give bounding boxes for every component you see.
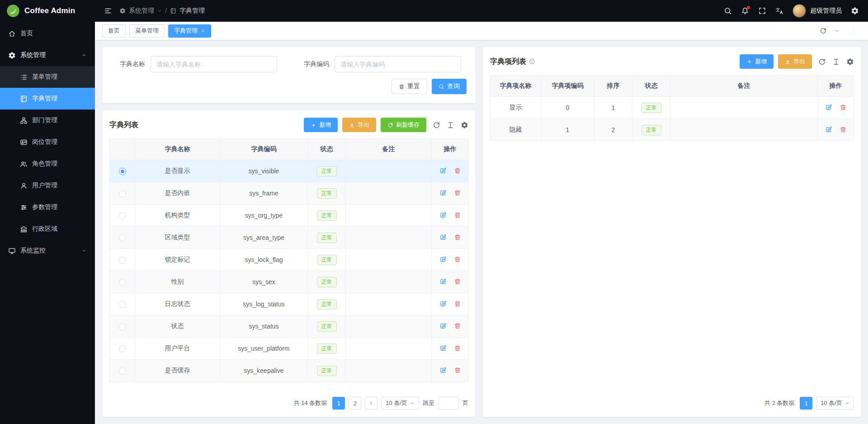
delete-icon[interactable] <box>454 233 461 241</box>
status-badge: 正常 <box>317 366 337 376</box>
edit-icon[interactable] <box>439 367 447 374</box>
sidebar-item-menu[interactable]: 菜单管理 <box>0 66 95 88</box>
sidebar-item-post[interactable]: 岗位管理 <box>0 131 95 153</box>
item-table-row[interactable]: 显示01正常 <box>491 97 854 119</box>
tab-2[interactable]: 字典管理 <box>168 24 211 38</box>
table-settings-icon[interactable] <box>461 121 468 129</box>
delete-icon[interactable] <box>840 126 847 133</box>
translate-icon[interactable]: 文 <box>775 7 783 15</box>
item-refresh-icon[interactable] <box>818 58 826 66</box>
row-radio[interactable] <box>119 367 126 375</box>
dict-page-size-select[interactable]: 10 条/页 <box>381 397 419 410</box>
delete-icon[interactable] <box>454 189 461 196</box>
edit-icon[interactable] <box>439 344 447 352</box>
row-radio[interactable] <box>119 345 126 353</box>
row-radio[interactable] <box>119 323 126 330</box>
bell-icon[interactable] <box>741 7 749 15</box>
edit-icon[interactable] <box>825 104 832 111</box>
sidebar-item-dict[interactable]: 字典管理 <box>0 88 95 110</box>
tabs-dropdown-icon[interactable] <box>834 28 840 33</box>
sidebar-item-param[interactable]: 参数管理 <box>0 196 95 218</box>
sidebar-item-dept[interactable]: 部门管理 <box>0 110 95 131</box>
dict-table-row[interactable]: 是否内嵌sys_frame正常 <box>110 182 469 205</box>
user-name[interactable]: 超级管理员 <box>810 7 842 15</box>
sidebar-item-role[interactable]: 角色管理 <box>0 153 95 175</box>
delete-icon[interactable] <box>454 278 461 285</box>
dict-table-row[interactable]: 日志状态sys_log_status正常 <box>110 293 469 315</box>
avatar[interactable] <box>793 4 806 18</box>
edit-icon[interactable] <box>439 322 447 329</box>
column-settings-icon[interactable] <box>447 121 454 129</box>
item-column-settings-icon[interactable] <box>832 58 840 66</box>
dict-table-row[interactable]: 是否缓存sys_keepalive正常 <box>110 360 469 382</box>
reset-button[interactable]: 重置 <box>392 79 427 94</box>
sidebar-item-user[interactable]: 用户管理 <box>0 175 95 196</box>
sidebar-item-region[interactable]: 行政区域 <box>0 218 95 240</box>
edit-icon[interactable] <box>439 233 447 241</box>
row-radio[interactable] <box>119 168 126 175</box>
edit-icon[interactable] <box>439 300 447 307</box>
row-radio[interactable] <box>119 257 126 264</box>
info-icon[interactable] <box>529 58 535 65</box>
row-radio[interactable] <box>119 212 126 219</box>
item-page-size-select[interactable]: 10 条/页 <box>816 397 854 410</box>
delete-icon[interactable] <box>454 322 461 329</box>
content-fullscreen-icon[interactable] <box>853 27 861 34</box>
delete-icon[interactable] <box>454 300 461 307</box>
edit-icon[interactable] <box>439 278 447 285</box>
dict-table-row[interactable]: 性别sys_sex正常 <box>110 271 469 293</box>
breadcrumb-parent[interactable]: 系统管理 <box>129 7 154 15</box>
dict-code-input[interactable] <box>335 56 461 72</box>
user-menu[interactable]: 超级管理员 <box>793 4 842 18</box>
row-radio[interactable] <box>119 234 126 242</box>
sidebar-item-monitor[interactable]: 系统监控 <box>0 240 95 262</box>
dict-table-row[interactable]: 锁定标记sys_lock_flag正常 <box>110 249 469 271</box>
settings-gear-icon[interactable] <box>851 7 859 15</box>
edit-icon[interactable] <box>439 256 447 263</box>
dict-code-field: 字典编码 <box>295 56 461 72</box>
sidebar-item-home[interactable]: 首页 <box>0 23 95 44</box>
delete-icon[interactable] <box>840 104 847 111</box>
edit-icon[interactable] <box>439 167 447 174</box>
status-badge: 正常 <box>317 210 337 221</box>
page-button-1[interactable]: 1 <box>332 397 345 410</box>
fullscreen-icon[interactable] <box>758 7 766 15</box>
close-icon[interactable] <box>201 29 205 33</box>
page-button-1[interactable]: 1 <box>800 397 812 410</box>
dict-export-button[interactable]: 导出 <box>342 118 376 132</box>
tab-1[interactable]: 菜单管理 <box>129 24 165 38</box>
search-icon[interactable] <box>724 7 732 15</box>
tabs-refresh-icon[interactable] <box>820 27 827 34</box>
jump-page-input[interactable] <box>438 397 459 410</box>
delete-icon[interactable] <box>454 256 461 263</box>
dict-table-row[interactable]: 状态sys_status正常 <box>110 315 469 338</box>
dict-table-row[interactable]: 用户平台sys_user_platform正常 <box>110 338 469 360</box>
delete-icon[interactable] <box>454 367 461 374</box>
refresh-cache-button[interactable]: 刷新缓存 <box>381 118 426 132</box>
delete-icon[interactable] <box>454 211 461 219</box>
dict-name-input[interactable] <box>151 56 277 72</box>
row-radio[interactable] <box>119 279 126 286</box>
item-add-button[interactable]: 新增 <box>740 54 774 69</box>
next-page-button[interactable] <box>365 397 377 410</box>
dict-table-row[interactable]: 区域类型sys_area_type正常 <box>110 227 469 249</box>
item-export-button[interactable]: 导出 <box>778 54 812 69</box>
dict-table-row[interactable]: 是否显示sys_visible正常 <box>110 160 469 182</box>
row-radio[interactable] <box>119 301 126 308</box>
page-button-2[interactable]: 2 <box>349 397 361 410</box>
row-radio[interactable] <box>119 190 126 197</box>
edit-icon[interactable] <box>439 189 447 196</box>
tab-0[interactable]: 首页 <box>102 24 126 38</box>
menu-fold-icon[interactable] <box>104 7 112 15</box>
edit-icon[interactable] <box>825 126 832 133</box>
item-table-row[interactable]: 隐藏12正常 <box>491 119 854 141</box>
delete-icon[interactable] <box>454 167 461 174</box>
edit-icon[interactable] <box>439 211 447 219</box>
query-button[interactable]: 查询 <box>432 79 467 94</box>
delete-icon[interactable] <box>454 344 461 352</box>
item-settings-icon[interactable] <box>846 58 854 66</box>
sidebar-item-system[interactable]: 系统管理 <box>0 44 95 66</box>
table-refresh-icon[interactable] <box>433 121 440 129</box>
dict-add-button[interactable]: 新增 <box>304 118 338 132</box>
dict-table-row[interactable]: 机构类型sys_org_type正常 <box>110 205 469 227</box>
